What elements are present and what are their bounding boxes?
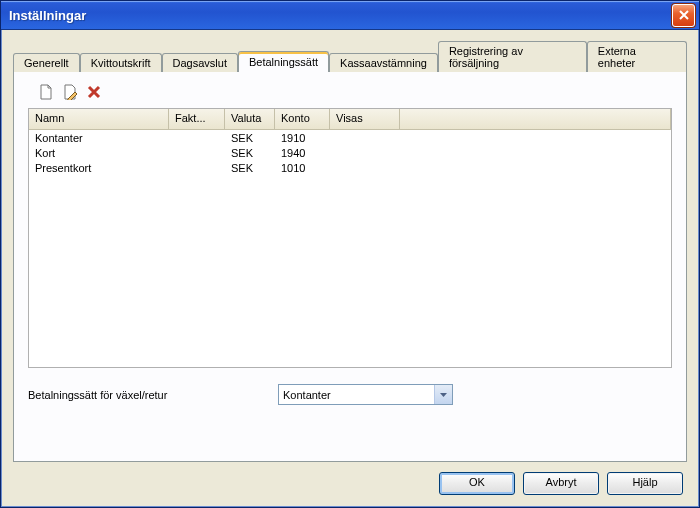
table-row[interactable]: Kort SEK 1940 (29, 147, 671, 162)
cell-konto: 1910 (275, 132, 330, 147)
cell-valuta: SEK (225, 147, 275, 162)
change-return-combo[interactable]: Kontanter (278, 384, 453, 405)
cell-fakt (169, 132, 225, 147)
column-label: Konto (281, 112, 310, 124)
cell-fakt (169, 162, 225, 177)
new-button[interactable] (38, 84, 54, 100)
delete-button[interactable] (86, 84, 102, 100)
cell-valuta: SEK (225, 162, 275, 177)
toolbar (28, 84, 672, 108)
tab-kvittoutskrift[interactable]: Kvittoutskrift (80, 53, 162, 72)
cell-visas (330, 162, 400, 177)
tab-label: Kassaavstämning (340, 57, 427, 69)
combo-dropdown-button[interactable] (434, 385, 452, 404)
column-label: Valuta (231, 112, 261, 124)
payment-methods-list[interactable]: Namn Fakt... Valuta Konto Visas Kontante… (28, 108, 672, 368)
tab-kassaavstamning[interactable]: Kassaavstämning (329, 53, 438, 72)
tab-betalningssatt[interactable]: Betalningssätt (238, 51, 329, 72)
table-row[interactable]: Presentkort SEK 1010 (29, 162, 671, 177)
button-label: OK (469, 476, 485, 488)
cell-namn: Kontanter (29, 132, 169, 147)
combo-value: Kontanter (279, 389, 434, 401)
column-konto[interactable]: Konto (275, 109, 330, 129)
close-icon (679, 10, 689, 20)
button-label: Hjälp (632, 476, 657, 488)
button-label: Avbryt (546, 476, 577, 488)
cell-fakt (169, 147, 225, 162)
column-spacer (400, 109, 671, 129)
tab-label: Externa enheter (598, 45, 636, 69)
tab-strip: Generellt Kvittoutskrift Dagsavslut Beta… (13, 40, 687, 71)
column-label: Namn (35, 112, 64, 124)
help-button[interactable]: Hjälp (607, 472, 683, 495)
dialog-footer: OK Avbryt Hjälp (13, 462, 687, 499)
cell-valuta: SEK (225, 132, 275, 147)
tab-label: Registrering av försäljning (449, 45, 523, 69)
column-valuta[interactable]: Valuta (225, 109, 275, 129)
settings-window: Inställningar Generellt Kvittoutskrift D… (0, 0, 700, 508)
tab-label: Dagsavslut (173, 57, 227, 69)
cell-konto: 1940 (275, 147, 330, 162)
cell-visas (330, 147, 400, 162)
ok-button[interactable]: OK (439, 472, 515, 495)
column-visas[interactable]: Visas (330, 109, 400, 129)
table-row[interactable]: Kontanter SEK 1910 (29, 132, 671, 147)
tab-dagsavslut[interactable]: Dagsavslut (162, 53, 238, 72)
chevron-down-icon (440, 393, 447, 397)
edit-document-icon (62, 84, 78, 100)
window-title: Inställningar (9, 8, 672, 23)
cancel-button[interactable]: Avbryt (523, 472, 599, 495)
change-return-label: Betalningssätt för växel/retur (28, 389, 258, 401)
cell-namn: Kort (29, 147, 169, 162)
edit-button[interactable] (62, 84, 78, 100)
tab-page: Namn Fakt... Valuta Konto Visas Kontante… (13, 71, 687, 462)
column-namn[interactable]: Namn (29, 109, 169, 129)
close-button[interactable] (672, 4, 695, 27)
tab-externa-enheter[interactable]: Externa enheter (587, 41, 687, 72)
cell-visas (330, 132, 400, 147)
tab-generellt[interactable]: Generellt (13, 53, 80, 72)
cell-konto: 1010 (275, 162, 330, 177)
change-return-row: Betalningssätt för växel/retur Kontanter (28, 384, 672, 405)
list-body: Kontanter SEK 1910 Kort SEK 1940 (29, 130, 671, 179)
client-area: Generellt Kvittoutskrift Dagsavslut Beta… (1, 30, 699, 507)
tab-label: Kvittoutskrift (91, 57, 151, 69)
delete-icon (87, 85, 101, 99)
column-label: Fakt... (175, 112, 206, 124)
column-label: Visas (336, 112, 363, 124)
column-fakt[interactable]: Fakt... (169, 109, 225, 129)
tab-label: Generellt (24, 57, 69, 69)
tab-registrering[interactable]: Registrering av försäljning (438, 41, 587, 72)
new-document-icon (38, 84, 54, 100)
titlebar: Inställningar (1, 1, 699, 30)
list-header: Namn Fakt... Valuta Konto Visas (29, 109, 671, 130)
cell-namn: Presentkort (29, 162, 169, 177)
tab-label: Betalningssätt (249, 56, 318, 68)
